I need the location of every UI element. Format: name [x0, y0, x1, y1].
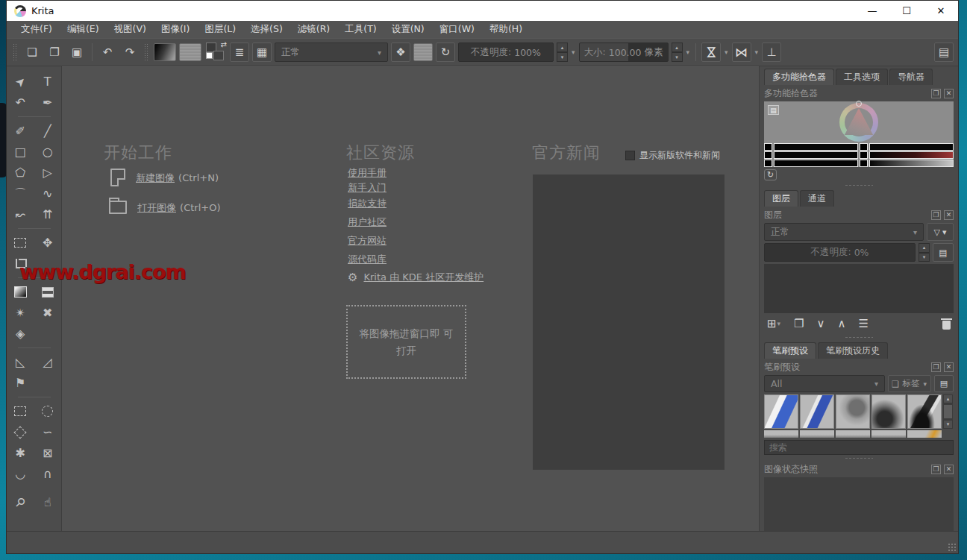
assistants-tool[interactable]: ◿	[38, 354, 57, 370]
gradient-tool[interactable]	[10, 284, 30, 300]
duplicate-layer-button[interactable]: ❐	[794, 317, 804, 330]
move-layer-up-button[interactable]: ∧	[838, 317, 846, 330]
drop-image-zone[interactable]: 将图像拖进窗口即 可打开	[346, 305, 466, 379]
magic-wand-select-tool[interactable]: ✱	[10, 445, 30, 461]
background-color-swatch[interactable]	[213, 51, 224, 60]
link-support-krita[interactable]: 捐款支持	[348, 197, 387, 210]
maximize-button[interactable]: ☐	[889, 1, 924, 21]
chevron-down-icon[interactable]: ▾	[686, 48, 690, 56]
brush-settings-button[interactable]: ≣	[230, 43, 249, 62]
tab-channels[interactable]: 通道	[800, 190, 834, 207]
chevron-down-icon[interactable]: ▾	[755, 48, 759, 56]
new-image-link[interactable]: 新建图像 (Ctrl+N)	[110, 169, 219, 186]
spin-up-icon[interactable]: ▴	[919, 243, 930, 253]
spin-up-icon[interactable]: ▴	[557, 43, 568, 52]
mirror-horizontal-button[interactable]: ⋈	[701, 43, 721, 62]
text-tool[interactable]: T	[38, 74, 57, 89]
advanced-color-selector[interactable]: ▤	[764, 101, 954, 167]
menu-filter[interactable]: 滤镜(R)	[291, 22, 337, 37]
bezier-curve-tool[interactable]: ⌒	[10, 186, 30, 201]
open-document-button[interactable]: ❐	[45, 43, 64, 62]
select-shapes-tool[interactable]: ➤	[10, 74, 30, 89]
open-image-label[interactable]: 打开图像	[137, 202, 176, 213]
color-strip-black[interactable]	[774, 143, 858, 151]
menu-window[interactable]: 窗口(W)	[433, 22, 481, 37]
ellipse-tool[interactable]: ○	[38, 144, 57, 160]
save-button[interactable]: ▣	[67, 43, 87, 62]
link-user-manual[interactable]: 使用手册	[348, 166, 387, 180]
reference-images-tool[interactable]: ⚑	[10, 375, 30, 391]
polyline-tool[interactable]: ▷	[38, 165, 57, 180]
freehand-select-tool[interactable]: ∽	[38, 424, 57, 440]
layer-list[interactable]	[764, 264, 954, 313]
opacity-spin-arrows[interactable]: ▴ ▾	[557, 43, 568, 62]
color-sampler-tool[interactable]: ✴	[10, 305, 30, 321]
menu-tools[interactable]: 工具(T)	[338, 22, 383, 37]
brush-preset-thumbnail[interactable]	[764, 394, 798, 429]
float-docker-icon[interactable]: ❐	[931, 362, 941, 372]
strip-swatch[interactable]	[860, 143, 868, 151]
toolbar-drag-handle[interactable]	[13, 43, 18, 61]
multibrush-tool[interactable]: ⇈	[38, 207, 57, 222]
tab-layers[interactable]: 图层	[764, 190, 798, 207]
new-document-button[interactable]: ❏	[22, 43, 42, 62]
tag-button[interactable]: ❑ 标签 ▾	[888, 375, 931, 392]
scroll-up-icon[interactable]: ▴	[943, 394, 953, 403]
layer-view-mode-button[interactable]: ▤	[933, 243, 954, 262]
move-layer-down-button[interactable]: ∨	[817, 317, 825, 330]
freehand-path-tool[interactable]: ∿	[38, 186, 57, 201]
layer-blend-mode-select[interactable]: 正常 ▾	[764, 223, 924, 241]
brush-preset-thumbnail[interactable]	[871, 430, 906, 438]
spin-down-icon[interactable]: ▾	[557, 52, 568, 62]
close-docker-icon[interactable]: ✕	[944, 89, 954, 98]
scrollbar-thumb[interactable]	[944, 405, 952, 418]
brush-preset-thumbnail[interactable]	[836, 394, 870, 429]
open-image-link[interactable]: 打开图像 (Ctrl+O)	[109, 200, 221, 215]
move-tool[interactable]: ✥	[38, 235, 57, 251]
color-history-icon[interactable]: ↻	[764, 169, 777, 180]
tab-advanced-color-selector[interactable]: 多功能拾色器	[764, 69, 834, 85]
eraser-mode-button[interactable]: ❖	[391, 43, 410, 62]
choose-workspace-button[interactable]: ▤	[934, 43, 954, 62]
spin-down-icon[interactable]: ▾	[919, 253, 930, 262]
spin-up-icon[interactable]: ▴	[672, 43, 683, 52]
magnetic-select-tool[interactable]: ∩	[38, 466, 57, 482]
blend-mode-select[interactable]: 正常 ▾	[275, 43, 388, 62]
mirror-vertical-button[interactable]: ⋈	[732, 43, 751, 62]
layer-properties-button[interactable]: ☰	[859, 317, 869, 330]
docker-splitter[interactable]	[764, 455, 954, 461]
preserve-alpha-button[interactable]	[413, 43, 433, 61]
fill-tool[interactable]: ◈	[10, 326, 30, 342]
delete-layer-button[interactable]	[942, 318, 951, 330]
spin-down-icon[interactable]: ▾	[672, 52, 683, 62]
new-image-label[interactable]: 新建图像	[136, 172, 175, 183]
tab-brush-preset-history[interactable]: 笔刷预设历史	[818, 342, 888, 359]
strip-swatch[interactable]	[764, 143, 772, 151]
float-docker-icon[interactable]: ❐	[931, 210, 941, 220]
link-user-community[interactable]: 用户社区	[348, 215, 387, 229]
scroll-down-icon[interactable]: ▾	[943, 420, 953, 429]
strip-swatch[interactable]	[860, 160, 868, 167]
bezier-select-tool[interactable]: ◡	[10, 466, 30, 482]
brush-preset-thumbnail[interactable]	[800, 430, 834, 438]
docker-splitter[interactable]	[764, 334, 954, 340]
menu-settings[interactable]: 设置(N)	[385, 22, 431, 37]
menu-help[interactable]: 帮助(H)	[483, 22, 529, 37]
similar-select-tool[interactable]: ⊠	[38, 445, 57, 461]
minimize-button[interactable]: —	[855, 1, 889, 21]
float-docker-icon[interactable]: ❐	[931, 89, 941, 98]
news-checkbox[interactable]	[625, 151, 635, 160]
display-settings-button[interactable]: ▤	[934, 375, 954, 392]
chevron-down-icon[interactable]: ▾	[572, 48, 575, 56]
color-strip-red-gradient[interactable]	[869, 151, 954, 159]
foreground-background-colors[interactable]: ⇄	[204, 42, 227, 63]
link-getting-started[interactable]: 新手入门	[348, 181, 387, 195]
hue-knob[interactable]	[856, 101, 862, 107]
dynamic-brush-tool[interactable]: ↜	[10, 207, 30, 222]
menu-file[interactable]: 文件(F)	[14, 22, 59, 37]
brush-preset-thumbnail[interactable]	[907, 430, 942, 438]
window-resize-grip[interactable]	[948, 543, 957, 552]
undo-button[interactable]: ↶	[98, 43, 117, 62]
news-checkbox-row[interactable]: 显示新版软件和新闻	[625, 149, 720, 162]
transform-tool[interactable]	[10, 235, 30, 251]
